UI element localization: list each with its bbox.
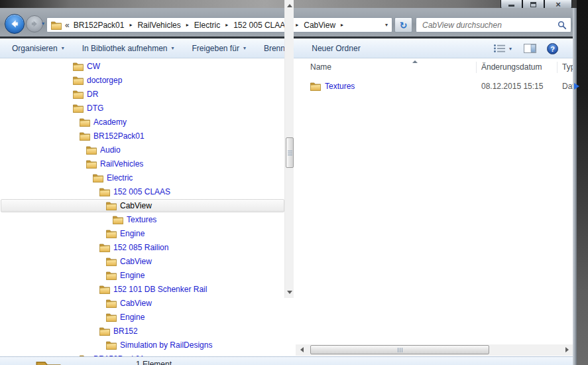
address-dropdown-icon[interactable]: ▾ — [381, 22, 388, 28]
tree-item-label: CabView — [120, 299, 152, 308]
breadcrumb-overflow-chevron[interactable]: « — [65, 21, 70, 30]
toolbar-item-organisieren[interactable]: Organisieren▾ — [12, 44, 64, 53]
tree-item-railvehicles[interactable]: RailVehicles — [0, 157, 294, 171]
folder-icon — [106, 201, 117, 210]
files-horizontal-scrollbar[interactable] — [296, 344, 573, 356]
scroll-left-icon[interactable] — [300, 347, 304, 352]
scroll-right-icon[interactable] — [565, 347, 569, 352]
folder-icon — [99, 187, 110, 196]
preview-pane-icon[interactable] — [524, 44, 536, 53]
tree-item-textures[interactable]: Textures — [0, 213, 294, 227]
column-separator[interactable] — [476, 62, 477, 73]
tree-item-dr[interactable]: DR — [0, 88, 294, 102]
breadcrumb-separator-icon[interactable]: ▸ — [337, 22, 347, 28]
back-button[interactable] — [5, 14, 25, 34]
toolbar-item-label: Freigeben für — [192, 44, 239, 53]
tree-item-audio[interactable]: Audio — [0, 143, 294, 157]
chevron-down-icon: ▾ — [62, 45, 64, 51]
search-input[interactable] — [416, 18, 556, 32]
folder-icon — [106, 313, 117, 322]
tree-item-label: Audio — [100, 145, 121, 155]
arrow-right-icon — [30, 19, 39, 29]
breadcrumb-item-br152pack01[interactable]: BR152Pack01 — [72, 21, 126, 30]
file-row-textures[interactable]: Textures08.12.2015 15:15Dateiordner — [294, 80, 573, 93]
folder-icon — [106, 257, 117, 266]
tree-item-152-005-claas[interactable]: 152 005 CLAAS — [0, 185, 294, 199]
folder-icon — [310, 82, 321, 91]
views-icon[interactable] — [493, 44, 506, 53]
tree-item-label: Engine — [120, 229, 145, 238]
tree-item-electric[interactable]: Electric — [0, 171, 294, 185]
folder-icon — [113, 215, 123, 224]
arrow-left-icon — [9, 19, 20, 29]
toolbar-item-label: Neuer Ordner — [312, 44, 360, 53]
folder-icon — [80, 117, 90, 127]
breadcrumb-separator-icon[interactable]: ▸ — [221, 22, 232, 28]
file-list-pane: Name Änderungsdatum Typ Textures08.12.20… — [294, 58, 573, 356]
address-bar[interactable]: « BR152Pack01▸RailVehicles▸Electric▸152 … — [46, 17, 392, 33]
column-header-type[interactable]: Typ — [562, 62, 573, 72]
address-folder-icon — [51, 21, 62, 30]
forward-button[interactable] — [26, 15, 43, 33]
explorer-window: × ▾ « BR152Pack01▸RailVehicles▸Electric▸… — [0, 0, 588, 365]
breadcrumb: BR152Pack01▸RailVehicles▸Electric▸152 00… — [72, 21, 347, 30]
tree-item-cw[interactable]: CW — [0, 60, 294, 74]
tree-item-simulation-by-raildesigns[interactable]: Simulation by RailDesigns — [0, 338, 294, 352]
folder-tree-pane: CWdoctorgepDRDTGAcademyBR152Pack01AudioR… — [0, 58, 294, 356]
search-box — [416, 17, 571, 33]
scroll-up-icon[interactable] — [287, 4, 292, 7]
tree-item-label: DR — [87, 90, 98, 99]
column-header-name[interactable]: Name — [310, 62, 331, 72]
files-scrollbar-thumb[interactable] — [310, 345, 489, 354]
views-dropdown-icon[interactable]: ▾ — [509, 46, 512, 52]
tree-item-cabview[interactable]: CabView — [0, 255, 294, 269]
help-button[interactable]: ? — [547, 43, 558, 54]
breadcrumb-item-cabview[interactable]: CabView — [302, 21, 337, 30]
breadcrumb-item-152-005-claas[interactable]: 152 005 CLAAS — [232, 21, 292, 30]
toolbar-item-freigeben-für[interactable]: Freigeben für▾ — [192, 44, 246, 53]
minimize-icon — [508, 5, 514, 7]
chevron-down-icon: ▾ — [243, 45, 246, 51]
tree-item-cabview[interactable]: CabView — [0, 199, 294, 213]
folder-icon — [86, 145, 97, 155]
tree-item-label: Electric — [107, 173, 133, 183]
status-folder-icon — [36, 359, 61, 365]
tree-item-engine[interactable]: Engine — [0, 227, 294, 241]
tree-scrollbar-thumb[interactable] — [286, 137, 294, 168]
scrollbar-grip — [288, 151, 292, 156]
breadcrumb-item-electric[interactable]: Electric — [193, 21, 221, 30]
breadcrumb-separator-icon[interactable]: ▸ — [182, 22, 193, 28]
refresh-button[interactable]: ↻ — [394, 17, 412, 33]
toolbar-item-in-bibliothek-aufnehmen[interactable]: In Bibliothek aufnehmen▾ — [82, 44, 174, 53]
tree-item-doctorgep[interactable]: doctorgep — [0, 74, 294, 88]
tree-item-label: DTG — [87, 104, 103, 113]
column-header-modified[interactable]: Änderungsdatum — [481, 62, 542, 72]
tree-item-cabview[interactable]: CabView — [0, 297, 294, 311]
status-bar: 1 Element — [0, 356, 573, 365]
tree-item-152-101-db-schenker-rail[interactable]: 152 101 DB Schenker Rail — [0, 283, 294, 297]
toolbar-item-neuer-ordner[interactable]: Neuer Ordner — [312, 44, 360, 53]
tree-item-label: RailVehicles — [100, 159, 143, 169]
breadcrumb-item-railvehicles[interactable]: RailVehicles — [136, 21, 182, 30]
tree-item-engine[interactable]: Engine — [0, 269, 294, 283]
folder-icon — [99, 285, 110, 294]
tree-item-label: Simulation by RailDesigns — [120, 340, 212, 350]
breadcrumb-separator-icon[interactable]: ▸ — [125, 22, 136, 28]
file-modified-date: 08.12.2015 15:15 — [481, 82, 543, 91]
search-icon[interactable] — [558, 21, 567, 30]
sort-ascending-icon — [412, 60, 418, 63]
tree-item-br152pack01[interactable]: BR152Pack01 — [0, 129, 294, 143]
maximize-icon — [530, 2, 536, 7]
window-border-right — [573, 8, 577, 365]
tree-item-br152[interactable]: BR152 — [0, 325, 294, 338]
folder-icon — [86, 159, 97, 169]
tree-item-engine[interactable]: Engine — [0, 311, 294, 325]
column-separator[interactable] — [557, 62, 558, 73]
scroll-down-icon[interactable] — [287, 291, 292, 294]
tree-item-152-085-railion[interactable]: 152 085 Railion — [0, 241, 294, 255]
tree-vertical-scrollbar[interactable] — [284, 0, 294, 298]
tree-item-academy[interactable]: Academy — [0, 115, 294, 129]
recent-pages-chevron-icon[interactable]: ▾ — [42, 21, 44, 27]
tree-item-dtg[interactable]: DTG — [0, 102, 294, 115]
folder-icon — [99, 243, 110, 252]
